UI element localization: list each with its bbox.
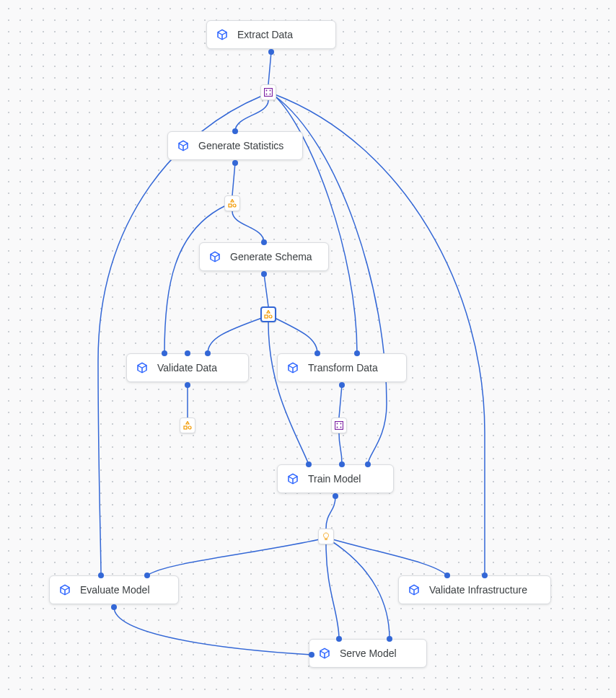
node-train-model[interactable]: Train Model <box>277 464 394 493</box>
svg-rect-11 <box>335 422 343 430</box>
svg-point-15 <box>340 427 342 428</box>
node-validate-infrastructure[interactable]: Validate Infrastructure <box>398 575 551 604</box>
node-label: Extract Data <box>237 29 293 40</box>
port-dot <box>185 382 190 388</box>
node-label: Transform Data <box>308 362 378 374</box>
cube-icon <box>408 583 421 596</box>
junction-shapes-icon[interactable] <box>180 418 195 433</box>
svg-point-3 <box>266 94 268 95</box>
junction-grid-icon[interactable] <box>331 418 347 433</box>
svg-rect-0 <box>265 89 273 97</box>
svg-point-13 <box>340 423 342 425</box>
cube-icon <box>286 361 299 374</box>
node-generate-schema[interactable]: Generate Schema <box>199 242 329 271</box>
cube-icon <box>58 583 71 596</box>
lightbulb-icon <box>322 532 330 541</box>
svg-rect-9 <box>184 426 187 429</box>
junction-grid-icon[interactable] <box>260 84 276 100</box>
grid-icon <box>264 88 273 97</box>
node-label: Serve Model <box>340 648 397 659</box>
cube-icon <box>136 361 149 374</box>
svg-point-6 <box>233 204 236 207</box>
pipeline-canvas[interactable]: Extract Data Generate Statistics Generat… <box>0 0 616 698</box>
node-label: Validate Infrastructure <box>429 584 527 596</box>
cube-icon <box>286 472 299 485</box>
junction-shapes-icon-selected[interactable] <box>260 306 276 322</box>
node-serve-model[interactable]: Serve Model <box>309 639 427 668</box>
shapes-icon <box>264 310 273 319</box>
node-label: Train Model <box>308 473 361 485</box>
junction-bulb-icon[interactable] <box>318 529 334 544</box>
grid-icon <box>335 421 343 430</box>
svg-rect-5 <box>229 204 232 207</box>
port-dot <box>333 493 338 499</box>
cube-icon <box>318 647 331 660</box>
svg-rect-7 <box>265 315 268 318</box>
junction-shapes-icon[interactable] <box>224 195 240 211</box>
node-label: Generate Statistics <box>198 140 283 151</box>
port-dot <box>339 382 345 388</box>
node-transform-data[interactable]: Transform Data <box>277 353 407 382</box>
cube-icon <box>208 250 221 263</box>
port-dot <box>111 604 117 610</box>
svg-point-10 <box>188 426 191 429</box>
svg-point-2 <box>270 90 271 92</box>
cube-icon <box>216 28 229 41</box>
node-validate-data[interactable]: Validate Data <box>126 353 249 382</box>
cube-icon <box>177 139 190 152</box>
node-extract-data[interactable]: Extract Data <box>206 20 336 49</box>
node-label: Validate Data <box>157 362 217 374</box>
svg-point-12 <box>337 423 338 425</box>
svg-point-14 <box>337 427 338 428</box>
port-dot <box>268 49 274 55</box>
svg-point-8 <box>269 315 272 318</box>
svg-point-4 <box>270 94 271 95</box>
shapes-icon <box>183 421 192 430</box>
svg-point-1 <box>266 90 268 92</box>
shapes-icon <box>228 199 237 208</box>
node-evaluate-model[interactable]: Evaluate Model <box>49 575 179 604</box>
port-dot <box>261 271 267 277</box>
node-label: Generate Schema <box>230 251 312 262</box>
node-label: Evaluate Model <box>80 584 150 596</box>
port-dot <box>232 160 238 166</box>
node-generate-statistics[interactable]: Generate Statistics <box>167 131 303 160</box>
